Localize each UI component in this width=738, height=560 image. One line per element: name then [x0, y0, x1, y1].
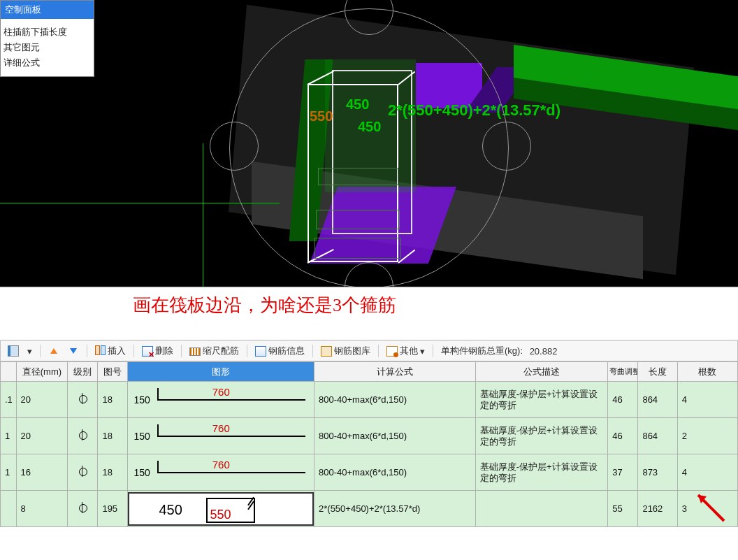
cell-idx[interactable]: 1: [1, 454, 17, 491]
bar-shape-icon: [157, 436, 305, 437]
cell-shape-num[interactable]: 195: [98, 491, 128, 527]
rebar-table: 直径(mm) 级别 图号 图形 计算公式 公式描述 弯曲调整 长度 根数 .12…: [0, 361, 738, 527]
cell-bend[interactable]: 55: [608, 491, 638, 527]
cell-length[interactable]: 864: [638, 418, 677, 454]
cell-idx[interactable]: 1: [1, 418, 17, 454]
control-panel: 空制面板 柱插筋下插长度 其它图元 详细公式: [0, 0, 94, 77]
col-shape[interactable]: 图形: [128, 362, 314, 382]
cell-bend[interactable]: 37: [608, 454, 638, 491]
table-row[interactable]: .12018150760800-40+max(6*d,150)基础厚度-保护层+…: [1, 382, 738, 418]
table-row[interactable]: 81954505502*(550+450)+2*(13.57*d)5521623: [1, 491, 738, 527]
level-icon: [78, 503, 87, 512]
col-desc[interactable]: 公式描述: [475, 362, 608, 382]
col-bend[interactable]: 弯曲调整: [608, 362, 638, 382]
dim-450-mid: 450: [358, 119, 381, 135]
stirrup-ring-3: [314, 238, 401, 259]
cell-count[interactable]: 4: [677, 382, 737, 418]
panel-item-4[interactable]: 详细公式: [3, 55, 91, 71]
shape-cell-selected[interactable]: 450550: [129, 494, 312, 524]
col-diameter[interactable]: 直径(mm): [16, 362, 68, 382]
bar-shape-icon: [157, 472, 305, 473]
delete-button[interactable]: ✕ 删除: [139, 343, 176, 359]
col-level[interactable]: 级别: [68, 362, 98, 382]
cell-desc[interactable]: 基础厚度-保护层+计算设置设定的弯折: [475, 418, 608, 454]
cell-level[interactable]: [68, 418, 98, 454]
dropdown-arrow[interactable]: ▾: [24, 345, 35, 358]
move-up-button[interactable]: [45, 344, 62, 358]
cell-length[interactable]: 864: [638, 382, 677, 418]
viewport-3d[interactable]: 450 450 550 2*(550+450)+2*(13.57*d) 空制面板…: [0, 0, 738, 287]
level-icon: [78, 466, 87, 476]
nav-left-button[interactable]: [5, 344, 22, 358]
shape-cell[interactable]: 150760: [129, 385, 312, 415]
dim-550-left: 550: [310, 108, 333, 124]
cell-level[interactable]: [68, 491, 98, 527]
cell-bend[interactable]: 46: [608, 418, 638, 454]
control-panel-title: 空制面板: [1, 1, 94, 19]
dim-450-top: 450: [346, 96, 369, 113]
arcball-handle-left[interactable]: [210, 122, 259, 171]
arcball-handle-right[interactable]: [482, 122, 531, 171]
info-button[interactable]: 钢筋信息: [252, 343, 308, 359]
table-row[interactable]: 11618150760800-40+max(6*d,150)基础厚度-保护层+计…: [1, 454, 738, 491]
stirrup-ring-1: [318, 168, 398, 185]
shape-cell[interactable]: 150760: [129, 421, 312, 452]
cell-formula[interactable]: 2*(550+450)+2*(13.57*d): [314, 491, 476, 527]
cell-diameter[interactable]: 16: [16, 454, 68, 491]
bar-shape-icon: [157, 399, 305, 401]
cell-bend[interactable]: 46: [608, 382, 638, 418]
cell-shape-num[interactable]: 18: [98, 382, 128, 418]
col-blank[interactable]: [1, 362, 17, 382]
axis-x: [0, 203, 280, 203]
cell-desc[interactable]: 基础厚度-保护层+计算设置设定的弯折: [475, 454, 608, 491]
level-icon: [78, 394, 87, 403]
cell-length[interactable]: 2162: [638, 491, 677, 527]
axis-y: [203, 143, 203, 287]
col-length[interactable]: 长度: [638, 362, 677, 382]
cell-count[interactable]: 3: [677, 491, 737, 527]
gap-area: 画在筏板边沿，为啥还是3个箍筋: [0, 287, 738, 340]
other-button[interactable]: 其他 ▾: [384, 343, 428, 359]
cell-count[interactable]: 2: [677, 418, 737, 454]
cell-desc[interactable]: 基础厚度-保护层+计算设置设定的弯折: [475, 382, 608, 418]
col-shape-num[interactable]: 图号: [98, 362, 128, 382]
cell-level[interactable]: [68, 454, 98, 491]
cell-diameter[interactable]: 20: [16, 382, 68, 418]
annotation-text: 画在筏板边沿，为啥还是3个箍筋: [133, 293, 396, 317]
move-down-button[interactable]: [65, 344, 82, 358]
library-button[interactable]: 钢筋图库: [318, 343, 373, 359]
cell-shape[interactable]: 450550: [128, 491, 314, 527]
total-weight-value: 20.882: [530, 346, 558, 357]
stirrup-ring-2: [316, 210, 400, 229]
scale-button[interactable]: 缩尺配筋: [187, 343, 242, 359]
table-row[interactable]: 12018150760800-40+max(6*d,150)基础厚度-保护层+计…: [1, 418, 738, 454]
col-formula[interactable]: 计算公式: [314, 362, 476, 382]
cell-formula[interactable]: 800-40+max(6*d,150): [314, 418, 476, 454]
cell-desc[interactable]: [475, 491, 608, 527]
cell-level[interactable]: [68, 382, 98, 418]
cell-shape[interactable]: 150760: [128, 418, 314, 454]
cell-diameter[interactable]: 8: [16, 491, 68, 527]
col-count[interactable]: 根数: [677, 362, 737, 382]
total-weight-label: 单构件钢筋总重(kg): 20.882: [438, 343, 560, 359]
panel-item-3[interactable]: 其它图元: [3, 40, 91, 55]
cell-formula[interactable]: 800-40+max(6*d,150): [314, 382, 476, 418]
table-header-row: 直径(mm) 级别 图号 图形 计算公式 公式描述 弯曲调整 长度 根数: [1, 362, 738, 382]
cell-formula[interactable]: 800-40+max(6*d,150): [314, 454, 476, 491]
cell-count[interactable]: 4: [677, 454, 737, 491]
shape-cell[interactable]: 150760: [129, 457, 312, 488]
cell-shape[interactable]: 150760: [128, 382, 314, 418]
cell-length[interactable]: 873: [638, 454, 677, 491]
cell-idx[interactable]: .1: [1, 382, 17, 418]
arcball-handle-bottom[interactable]: [345, 262, 393, 287]
cell-diameter[interactable]: 20: [16, 418, 68, 454]
panel-item-2[interactable]: 柱插筋下插长度: [3, 24, 91, 40]
dim-formula: 2*(550+450)+2*(13.57*d): [388, 101, 560, 120]
cell-idx[interactable]: [1, 491, 17, 527]
cell-shape[interactable]: 150760: [128, 454, 314, 491]
rebar-toolbar: ▾ 插入 ✕ 删除 缩尺配筋 钢筋信息 钢筋图库 其他 ▾ 单构件钢筋总重(kg…: [0, 340, 738, 361]
cell-shape-num[interactable]: 18: [98, 418, 128, 454]
insert-button[interactable]: 插入: [92, 343, 129, 359]
level-icon: [78, 430, 87, 440]
cell-shape-num[interactable]: 18: [98, 454, 128, 491]
